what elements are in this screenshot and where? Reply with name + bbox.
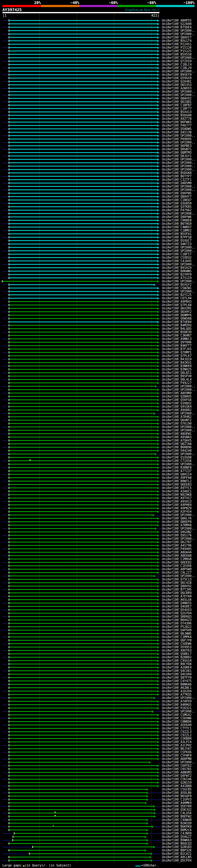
alignment-bar[interactable] <box>9 762 150 763</box>
alignment-row[interactable]: UniRef100_B7UEB4 <box>0 320 197 323</box>
alignment-row[interactable]: UniRef100_A5E640 <box>0 723 197 727</box>
alignment-row[interactable]: UniRef100_C5KI46 <box>0 777 197 781</box>
alignment-bar[interactable] <box>9 799 147 800</box>
alignment-bar[interactable] <box>9 765 158 766</box>
alignment-bar[interactable] <box>9 166 158 166</box>
alignment-row[interactable]: UniRef100_A7R4R2 <box>0 415 197 418</box>
alignment-row[interactable]: UniRef100_O59953 <box>0 645 197 649</box>
alignment-bar[interactable] <box>9 579 158 580</box>
alignment-bar[interactable] <box>9 630 158 630</box>
alignment-row[interactable]: UniRef100_UPI000.. <box>0 246 197 249</box>
hit-label[interactable]: UniRef100_A3LPI4 <box>162 740 192 744</box>
hit-label[interactable]: UniRef100_C4Y475 <box>162 679 192 683</box>
alignment-row[interactable]: UniRef100_B6H4Z3 <box>0 618 197 622</box>
hit-label[interactable]: UniRef100_UPI000.. <box>162 388 195 391</box>
alignment-row[interactable]: UniRef100_O76190 <box>0 422 197 425</box>
alignment-bar[interactable] <box>9 406 158 407</box>
hit-label[interactable]: UniRef100_Q2N1B3 <box>162 845 192 848</box>
hit-label[interactable]: UniRef100_O65353 <box>162 83 192 87</box>
hit-label[interactable]: UniRef100_A9PBZ9 <box>162 506 192 510</box>
alignment-row[interactable]: UniRef100_B6KPK0 <box>0 825 197 828</box>
alignment-row[interactable]: UniRef100_B7TJH5 <box>0 588 197 591</box>
hit-label[interactable]: UniRef100_UPI000.. <box>162 158 195 161</box>
alignment-bar[interactable] <box>9 193 158 194</box>
alignment-row[interactable]: UniRef100_A9NKC3 <box>0 337 197 341</box>
alignment-row[interactable]: UniRef100_A8UEW1 <box>0 432 197 435</box>
hit-label[interactable]: UniRef100_A8U9N9 <box>162 391 192 395</box>
alignment-row[interactable]: UniRef100_C0L2Z7 <box>0 571 197 574</box>
alignment-bar[interactable] <box>9 27 158 28</box>
alignment-row[interactable]: UniRef100_A7QAV5 <box>0 439 197 442</box>
alignment-row[interactable]: UniRef100_P47962 <box>0 209 197 212</box>
hit-label[interactable]: UniRef100_B2WIQ9 <box>162 822 192 825</box>
alignment-bar[interactable] <box>9 477 158 478</box>
alignment-row[interactable]: UniRef100_C7YTC1 <box>0 727 197 730</box>
hit-label[interactable]: UniRef100_Q8MTM3 <box>162 151 192 154</box>
alignment-bar[interactable] <box>9 176 158 177</box>
alignment-row[interactable]: UniRef100_O74306 <box>0 622 197 625</box>
alignment-row[interactable]: UniRef100_Q90YW5 <box>0 191 197 195</box>
alignment-row[interactable]: UniRef100_C9ZZL2 <box>0 734 197 737</box>
alignment-bar[interactable] <box>9 247 158 248</box>
alignment-bar[interactable] <box>9 142 158 143</box>
alignment-row[interactable]: UniRef100_UPI000.. <box>0 168 197 171</box>
alignment-bar[interactable] <box>9 714 158 715</box>
alignment-row[interactable]: UniRef100_UPI000.. <box>0 185 197 188</box>
hit-label[interactable]: UniRef100_B4MZH3 <box>162 323 192 327</box>
alignment-row[interactable]: UniRef100_C7IXS6 <box>0 459 197 463</box>
alignment-row[interactable]: UniRef100_C0NRD6 <box>0 720 197 723</box>
hit-label[interactable]: UniRef100_C4QWU8 <box>162 818 192 822</box>
alignment-row[interactable]: UniRef100_UPI000.. <box>0 188 197 191</box>
alignment-bar[interactable] <box>9 355 158 356</box>
alignment-row[interactable]: UniRef100_A9PBZ9 <box>0 506 197 510</box>
alignment-bar[interactable] <box>9 274 158 275</box>
hit-label[interactable]: UniRef100_UPI000.. <box>162 761 195 764</box>
hit-label[interactable]: UniRef100_Q4KTI3 <box>162 242 192 246</box>
alignment-row[interactable]: UniRef100_Q4FWT2 <box>0 774 197 777</box>
hit-label[interactable]: UniRef100_Q6EE82 <box>162 561 192 564</box>
hit-label[interactable]: UniRef100_C7IXS6 <box>162 459 192 463</box>
alignment-row[interactable]: UniRef100_C3ZTF1 <box>0 178 197 181</box>
hit-label[interactable]: UniRef100_C1GPV3 <box>162 798 192 801</box>
hit-label[interactable]: UniRef100_Q2N159 <box>162 781 192 784</box>
alignment-bar[interactable] <box>9 199 158 200</box>
hit-label[interactable]: UniRef100_UPI000.. <box>162 452 195 456</box>
alignment-bar[interactable] <box>9 555 158 556</box>
hit-label[interactable]: UniRef100_Q0JGY1 <box>162 154 192 158</box>
alignment-row[interactable]: UniRef100_Q6JWW5 <box>0 632 197 635</box>
hit-label[interactable]: UniRef100_C9ZZL3 <box>162 730 192 734</box>
hit-label[interactable]: UniRef100_P22451 <box>162 42 192 46</box>
alignment-row[interactable]: UniRef100_B8M2C6 <box>0 828 197 832</box>
alignment-row[interactable]: UniRef100_Q95276 <box>0 534 197 537</box>
alignment-bar[interactable] <box>9 88 158 89</box>
alignment-row[interactable]: UniRef100_UPI000.. <box>0 164 197 168</box>
alignment-row[interactable]: UniRef100_UPI000.. <box>0 574 197 578</box>
alignment-bar[interactable] <box>9 745 158 746</box>
alignment-bar[interactable] <box>9 674 158 675</box>
alignment-bar[interactable] <box>9 667 158 668</box>
hit-label[interactable]: UniRef100_Q801I4 <box>162 473 192 476</box>
alignment-bar[interactable] <box>9 186 158 187</box>
hit-label[interactable]: UniRef100_Q1HQU2 <box>162 402 192 405</box>
alignment-row[interactable]: UniRef100_Q5KJU2 <box>0 808 197 811</box>
hit-label[interactable]: UniRef100_Q4CU60 <box>162 673 192 676</box>
alignment-bar[interactable] <box>9 755 158 756</box>
hit-label[interactable]: UniRef100_B5XGY2 <box>162 283 192 286</box>
alignment-bar[interactable] <box>9 650 158 651</box>
alignment-row[interactable]: UniRef100_Q8L4L4 <box>0 378 197 381</box>
alignment-bar[interactable] <box>9 125 158 126</box>
alignment-bar[interactable] <box>9 396 158 397</box>
hit-label[interactable]: UniRef100_UPI000.. <box>162 290 195 293</box>
hit-label[interactable]: UniRef100_Q1XGD8 <box>162 456 192 459</box>
alignment-bar[interactable] <box>9 518 158 519</box>
alignment-row[interactable]: UniRef100_Q6IQB1 <box>0 100 197 103</box>
alignment-row[interactable]: UniRef100_Q627R7 <box>0 540 197 544</box>
alignment-bar[interactable] <box>9 687 158 688</box>
hit-label[interactable]: UniRef100_UPI000.. <box>162 164 195 168</box>
hit-label[interactable]: UniRef100_C5P6X6 <box>162 750 192 754</box>
hit-label[interactable]: UniRef100_C5WZW1 <box>162 286 192 290</box>
alignment-bar[interactable] <box>9 213 158 214</box>
alignment-row[interactable]: UniRef100_B5X5S8 <box>0 53 197 56</box>
hit-label[interactable]: UniRef100_B8N6A6 <box>162 683 192 686</box>
hit-label[interactable]: UniRef100_B2B802 <box>162 655 192 659</box>
